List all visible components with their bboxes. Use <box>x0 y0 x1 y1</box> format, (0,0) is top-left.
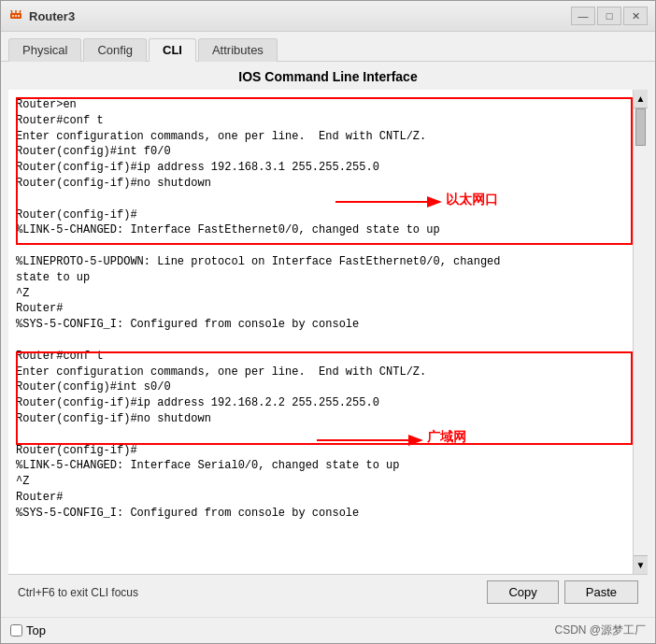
scrollbar-thumb[interactable] <box>635 108 646 146</box>
copy-button[interactable]: Copy <box>487 580 558 604</box>
cli-wrapper: Router>en Router#conf t Enter configurat… <box>8 90 648 574</box>
scrollbar-track[interactable]: ▲ ▼ <box>633 90 648 574</box>
paste-button[interactable]: Paste <box>564 580 638 604</box>
svg-line-4 <box>11 10 12 13</box>
brand-label: CSDN @源梦工厂 <box>554 623 646 638</box>
tab-attributes[interactable]: Attributes <box>198 38 278 62</box>
tab-bar: Physical Config CLI Attributes <box>1 32 655 62</box>
cli-inner: Router>en Router#conf t Enter configurat… <box>8 90 648 574</box>
window-title: Router3 <box>29 9 75 23</box>
svg-point-3 <box>18 15 20 17</box>
scrollbar-down-button[interactable]: ▼ <box>634 555 648 574</box>
top-checkbox[interactable] <box>10 624 22 637</box>
scrollbar-up-button[interactable]: ▲ <box>634 90 648 108</box>
title-bar: Router3 — □ ✕ <box>1 1 655 32</box>
cli-hint: Ctrl+F6 to exit CLI focus <box>18 586 481 599</box>
tab-cli[interactable]: CLI <box>149 38 196 62</box>
top-label[interactable]: Top <box>26 623 46 637</box>
bottom-bar: Ctrl+F6 to exit CLI focus Copy Paste <box>8 574 648 609</box>
tab-physical[interactable]: Physical <box>8 38 81 62</box>
top-checkbox-group: Top <box>10 623 46 637</box>
maximize-button[interactable]: □ <box>597 7 621 25</box>
svg-point-1 <box>12 15 14 17</box>
tab-config[interactable]: Config <box>83 38 147 62</box>
section-title: IOS Command Line Interface <box>8 69 648 84</box>
footer-bar: Top CSDN @源梦工厂 <box>1 617 655 643</box>
content-area: IOS Command Line Interface Router>en Rou… <box>1 62 655 617</box>
scrollbar-body <box>634 108 648 555</box>
router-icon <box>8 8 23 23</box>
minimize-button[interactable]: — <box>571 7 595 25</box>
svg-point-2 <box>15 15 17 17</box>
title-controls: — □ ✕ <box>571 7 648 25</box>
title-bar-left: Router3 <box>8 8 75 23</box>
cli-textarea[interactable]: Router>en Router#conf t Enter configurat… <box>8 90 633 574</box>
svg-line-6 <box>20 10 21 13</box>
main-window: Router3 — □ ✕ Physical Config CLI Attrib… <box>0 0 656 644</box>
close-button[interactable]: ✕ <box>623 7 648 25</box>
